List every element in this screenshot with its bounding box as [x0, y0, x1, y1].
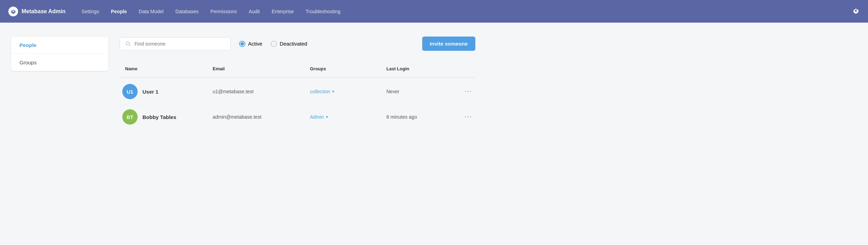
- table-row: U1 User 1 u1@metabase.test collection ▾ …: [120, 79, 475, 104]
- cell-login-bobby: 6 minutes ago: [384, 114, 461, 120]
- cell-name-user1: U1 User 1: [120, 84, 210, 99]
- sidebar-item-groups[interactable]: Groups: [11, 54, 108, 71]
- cell-groups-bobby: Admin ▾: [307, 114, 384, 120]
- toolbar: Active Deactivated Invite someone: [120, 37, 475, 51]
- nav-settings[interactable]: Settings: [77, 6, 104, 17]
- cell-email-user1: u1@metabase.test: [210, 89, 307, 94]
- sidebar-card: People Groups: [11, 37, 108, 71]
- nav-audit[interactable]: Audit: [244, 6, 265, 17]
- cell-actions-user1[interactable]: ···: [461, 88, 475, 95]
- nav-data-model[interactable]: Data Model: [134, 6, 169, 17]
- radio-deactivated-circle: [271, 41, 277, 47]
- cell-name-bobby: BT Bobby Tables: [120, 109, 210, 125]
- search-input[interactable]: [134, 41, 225, 47]
- bobby-name: Bobby Tables: [142, 114, 176, 120]
- main-content: People Groups Active Deactivated: [0, 23, 486, 144]
- table-header: Name Email Groups Last Login: [120, 61, 475, 78]
- search-icon: [125, 41, 131, 47]
- brand-label: Metabase Admin: [22, 8, 66, 15]
- search-box[interactable]: [120, 37, 231, 50]
- col-actions: [461, 64, 475, 73]
- chevron-down-icon-bobby[interactable]: ▾: [326, 114, 328, 119]
- col-last-login: Last Login: [384, 64, 461, 73]
- group-plain-bobby[interactable]: Admin: [310, 114, 324, 120]
- sidebar-item-people[interactable]: People: [11, 37, 108, 54]
- col-email: Email: [210, 64, 307, 73]
- radio-active-circle: [239, 41, 245, 47]
- user1-name: User 1: [142, 89, 158, 95]
- brand[interactable]: Metabase Admin: [8, 7, 66, 16]
- cell-groups-user1: collection ▾: [307, 89, 384, 94]
- radio-deactivated-label: Deactivated: [280, 41, 307, 47]
- avatar-user1: U1: [122, 84, 138, 99]
- nav-links: Settings People Data Model Databases Per…: [77, 6, 852, 17]
- cell-login-user1: Never: [384, 89, 461, 94]
- radio-group: Active Deactivated: [239, 41, 307, 47]
- radio-active-label: Active: [248, 41, 262, 47]
- nav-troubleshooting[interactable]: Troubleshooting: [301, 6, 345, 17]
- radio-active[interactable]: Active: [239, 41, 262, 47]
- nav-enterprise[interactable]: Enterprise: [267, 6, 299, 17]
- col-groups: Groups: [307, 64, 384, 73]
- sidebar: People Groups: [11, 37, 108, 130]
- settings-icon[interactable]: [852, 7, 860, 16]
- nav-permissions[interactable]: Permissions: [206, 6, 242, 17]
- navbar: Metabase Admin Settings People Data Mode…: [0, 0, 868, 23]
- group-link-user1[interactable]: collection: [310, 89, 330, 94]
- nav-databases[interactable]: Databases: [171, 6, 204, 17]
- table-row: BT Bobby Tables admin@metabase.test Admi…: [120, 104, 475, 130]
- cell-actions-bobby[interactable]: ···: [461, 113, 475, 121]
- people-table: Name Email Groups Last Login U1 User 1 u…: [120, 61, 475, 130]
- invite-someone-button[interactable]: Invite someone: [422, 37, 475, 51]
- avatar-bobby: BT: [122, 109, 138, 125]
- cell-email-bobby: admin@metabase.test: [210, 114, 307, 120]
- nav-people[interactable]: People: [106, 6, 132, 17]
- content-area: Active Deactivated Invite someone Name E…: [120, 37, 475, 130]
- brand-gear-icon: [8, 7, 18, 16]
- radio-deactivated[interactable]: Deactivated: [271, 41, 307, 47]
- chevron-down-icon-user1[interactable]: ▾: [332, 89, 334, 94]
- col-name: Name: [120, 64, 210, 73]
